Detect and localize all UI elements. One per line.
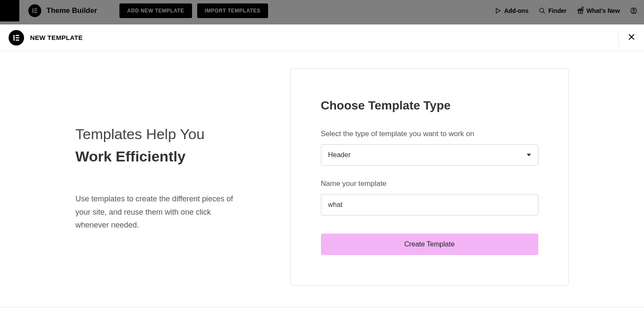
template-type-select[interactable]: Header <box>321 144 538 166</box>
template-type-label: Select the type of template you want to … <box>321 130 538 138</box>
form-heading: Choose Template Type <box>321 99 538 112</box>
svg-rect-14 <box>15 37 19 38</box>
modal-title: NEW TEMPLATE <box>30 34 82 41</box>
modal-header: NEW TEMPLATE <box>0 24 644 51</box>
template-name-label: Name your template <box>321 179 538 188</box>
template-type-selected: Header <box>328 151 351 159</box>
elementor-logo-icon <box>9 30 24 46</box>
form-card: Choose Template Type Select the type of … <box>290 68 569 286</box>
info-column: Templates Help You Work Efficiently Use … <box>76 68 290 232</box>
svg-rect-12 <box>13 35 14 40</box>
modal-body: Templates Help You Work Efficiently Use … <box>0 51 644 307</box>
info-paragraph: Use templates to create the different pi… <box>76 192 239 232</box>
create-template-button[interactable]: Create Template <box>321 234 538 255</box>
info-heading-light: Templates Help You <box>76 124 290 145</box>
chevron-down-icon <box>527 154 531 156</box>
dim-overlay <box>0 0 644 24</box>
svg-rect-15 <box>15 40 19 41</box>
svg-rect-13 <box>15 35 19 36</box>
template-name-input[interactable] <box>321 194 538 216</box>
close-button[interactable] <box>618 29 635 46</box>
info-heading-bold: Work Efficiently <box>76 146 290 167</box>
close-icon <box>628 33 635 43</box>
